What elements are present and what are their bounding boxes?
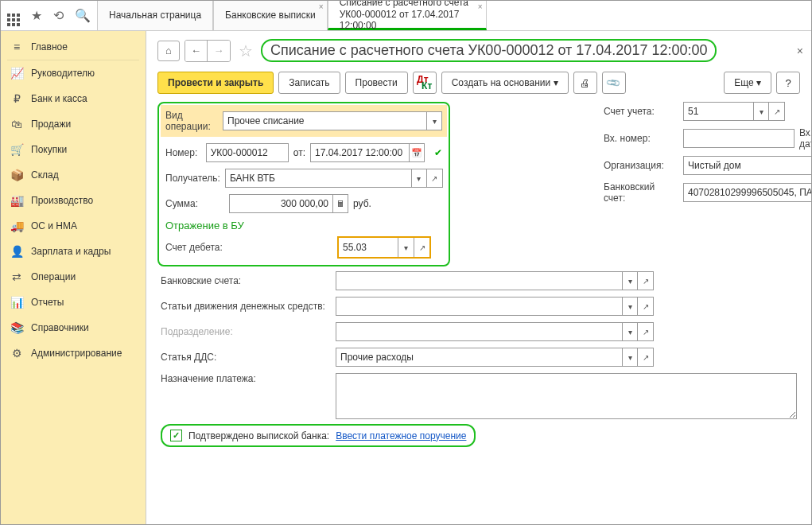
bag-icon: 🛍	[10, 118, 23, 130]
purpose-label: Назначение платежа:	[161, 373, 331, 384]
sidebar-item-main[interactable]: ≡Главное	[1, 34, 146, 60]
sidebar-item-sales[interactable]: 🛍Продажи	[1, 111, 146, 137]
operation-label: Вид операции:	[165, 110, 218, 132]
bank-account-input[interactable]	[683, 183, 812, 202]
chevron-down-icon: ▾	[554, 77, 558, 88]
history-icon[interactable]: ⟲	[53, 8, 64, 23]
payee-label: Получатель:	[165, 173, 220, 184]
in-number-label: Вх. номер:	[604, 133, 678, 144]
open-icon[interactable]: ↗	[414, 238, 429, 257]
post-close-button[interactable]: Провести и закрыть	[157, 72, 274, 94]
dropdown-icon[interactable]: ▾	[622, 348, 638, 367]
dropdown-icon[interactable]: ▾	[426, 111, 442, 130]
calendar-icon[interactable]: 📅	[409, 143, 425, 162]
payee-input[interactable]	[225, 169, 411, 188]
dds-label: Статья ДДС:	[161, 352, 331, 363]
sidebar-item-admin[interactable]: ⚙Администрирование	[1, 340, 146, 366]
cart-icon: 🛒	[10, 143, 23, 156]
sidebar-item-hr[interactable]: 👤Зарплата и кадры	[1, 239, 146, 264]
sidebar-item-purchases[interactable]: 🛒Покупки	[1, 137, 146, 162]
department-label: Подразделение:	[161, 326, 331, 337]
date-input[interactable]	[310, 143, 409, 162]
sidebar-item-refs[interactable]: 📚Справочники	[1, 315, 146, 340]
box-icon: 📦	[10, 169, 23, 181]
payment-order-link[interactable]: Ввести платежное поручение	[336, 430, 466, 441]
ops-icon: ⇄	[10, 270, 23, 283]
back-button[interactable]: ←	[185, 41, 208, 61]
tab-writeoff[interactable]: Списание с расчетного счета УК00-000012 …	[328, 1, 487, 30]
book-icon: 📚	[10, 321, 23, 334]
operation-input[interactable]	[223, 111, 426, 130]
tab-start[interactable]: Начальная страница	[97, 1, 213, 30]
section-title: Отражение в БУ	[165, 220, 442, 231]
from-label: от:	[293, 147, 305, 158]
tab-bank-statements[interactable]: Банковские выписки×	[213, 1, 328, 30]
confirmed-label: Подтверждено выпиской банка:	[188, 430, 329, 441]
factory-icon: 🏭	[10, 194, 23, 207]
in-number-input[interactable]	[683, 129, 795, 148]
help-button[interactable]: ?	[776, 72, 800, 94]
highlight-main: Вид операции: ▾ Номер: от: 📅 ✔ Получател…	[157, 102, 450, 266]
sidebar-item-reports[interactable]: 📊Отчеты	[1, 290, 146, 315]
apps-icon[interactable]	[7, 6, 20, 26]
top-toolbar: ★ ⟲ 🔍 Начальная страница Банковские выпи…	[1, 1, 811, 31]
dropdown-icon[interactable]: ▾	[411, 169, 427, 188]
forward-button[interactable]: →	[208, 41, 230, 61]
confirmed-checkbox[interactable]: ✓	[170, 430, 182, 441]
open-icon[interactable]: ↗	[427, 169, 443, 188]
page-title: Списание с расчетного счета УК00-000012 …	[261, 39, 717, 62]
gear-icon: ⚙	[10, 347, 23, 360]
sidebar-item-stock[interactable]: 📦Склад	[1, 162, 146, 188]
sidebar-item-manager[interactable]: 📈Руководителю	[1, 60, 146, 86]
open-icon[interactable]: ↗	[638, 322, 654, 341]
debit-input[interactable]	[339, 238, 398, 257]
sidebar: ≡Главное 📈Руководителю ₽Банк и касса 🛍Пр…	[1, 31, 146, 524]
sidebar-item-bank[interactable]: ₽Банк и касса	[1, 86, 146, 111]
create-on-button[interactable]: Создать на основании ▾	[441, 72, 569, 94]
dropdown-icon[interactable]: ▾	[398, 238, 414, 257]
chart-icon: 📈	[10, 67, 23, 80]
star-icon[interactable]: ★	[31, 8, 42, 23]
post-button[interactable]: Провести	[345, 72, 408, 94]
report-icon: 📊	[10, 296, 23, 309]
account-input[interactable]	[683, 102, 753, 121]
close-button[interactable]: ×	[797, 45, 803, 57]
open-icon[interactable]: ↗	[638, 271, 654, 290]
close-icon[interactable]: ×	[478, 2, 483, 12]
org-label: Организация:	[604, 160, 678, 171]
bank-accounts-input[interactable]	[336, 271, 622, 290]
dds-input[interactable]	[336, 348, 622, 367]
search-icon[interactable]: 🔍	[75, 8, 91, 23]
attach-button[interactable]: 📎	[602, 72, 626, 94]
number-input[interactable]	[206, 143, 289, 162]
currency-label: руб.	[353, 198, 371, 209]
more-button[interactable]: Еще ▾	[724, 72, 771, 94]
calc-icon[interactable]: 🖩	[332, 194, 348, 213]
home-button[interactable]: ⌂	[157, 41, 180, 61]
posted-icon: ✔	[434, 147, 442, 158]
number-label: Номер:	[165, 147, 201, 158]
department-input[interactable]	[336, 322, 622, 341]
dtkt-button[interactable]: ДтКт	[413, 72, 437, 94]
open-icon[interactable]: ↗	[638, 297, 654, 316]
sidebar-item-os[interactable]: 🚚ОС и НМА	[1, 213, 146, 239]
cashflow-input[interactable]	[336, 297, 622, 316]
sidebar-item-ops[interactable]: ⇄Операции	[1, 264, 146, 290]
print-button[interactable]: 🖨	[573, 72, 597, 94]
sum-input[interactable]	[229, 194, 332, 213]
close-icon[interactable]: ×	[319, 2, 324, 12]
open-icon[interactable]: ↗	[769, 102, 785, 121]
open-icon[interactable]: ↗	[638, 348, 654, 367]
person-icon: 👤	[10, 245, 23, 258]
purpose-input[interactable]	[336, 373, 797, 419]
dropdown-icon[interactable]: ▾	[622, 322, 638, 341]
dropdown-icon[interactable]: ▾	[622, 271, 638, 290]
favorite-icon[interactable]: ☆	[239, 41, 253, 60]
ruble-icon: ₽	[10, 92, 23, 105]
dropdown-icon[interactable]: ▾	[622, 297, 638, 316]
sidebar-item-prod[interactable]: 🏭Производство	[1, 188, 146, 213]
write-button[interactable]: Записать	[278, 72, 340, 94]
org-input[interactable]	[683, 156, 812, 175]
dropdown-icon[interactable]: ▾	[753, 102, 769, 121]
chevron-down-icon: ▾	[756, 77, 761, 88]
